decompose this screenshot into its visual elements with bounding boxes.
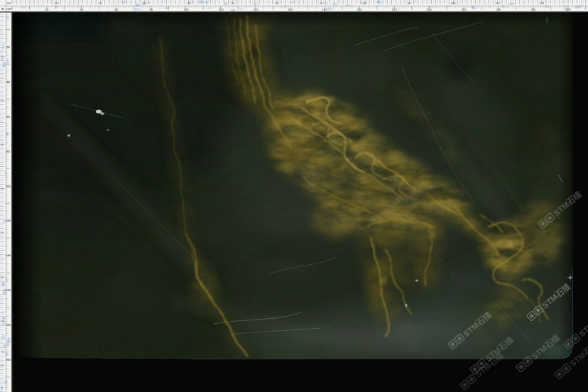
svg-text:30: 30 — [1, 143, 4, 146]
svg-text:160: 160 — [288, 8, 293, 11]
svg-text:160: 160 — [6, 288, 11, 292]
svg-text:180: 180 — [6, 323, 11, 327]
svg-text:60: 60 — [276, 1, 279, 5]
svg-text:60: 60 — [1, 276, 4, 279]
svg-text:20: 20 — [6, 45, 10, 49]
svg-text:80: 80 — [6, 150, 10, 153]
svg-text:260: 260 — [461, 8, 467, 11]
svg-text:30: 30 — [143, 1, 146, 5]
svg-text:20: 20 — [99, 1, 102, 5]
svg-text:70: 70 — [320, 1, 323, 5]
svg-text:300: 300 — [530, 8, 536, 11]
svg-text:50: 50 — [1, 232, 4, 234]
svg-text:10: 10 — [55, 1, 58, 5]
svg-text:70: 70 — [1, 320, 4, 323]
svg-text:200: 200 — [6, 358, 11, 361]
svg-text:80: 80 — [364, 1, 367, 5]
svg-text:10: 10 — [1, 55, 4, 58]
svg-text:110: 110 — [496, 1, 501, 5]
svg-text:280: 280 — [496, 8, 501, 11]
svg-text:40: 40 — [6, 80, 10, 84]
svg-text:320: 320 — [565, 8, 571, 11]
svg-text:IN: IN — [1, 7, 4, 11]
svg-text:140: 140 — [253, 8, 258, 11]
svg-text:100: 100 — [183, 8, 189, 11]
svg-text:220: 220 — [391, 8, 397, 11]
svg-text:CM: CM — [6, 7, 11, 11]
svg-text:180: 180 — [322, 8, 327, 11]
svg-text:120: 120 — [218, 8, 224, 11]
svg-text:60: 60 — [115, 8, 119, 11]
svg-text:40: 40 — [187, 1, 191, 5]
svg-text:20: 20 — [1, 99, 4, 102]
svg-text:80: 80 — [150, 8, 153, 11]
svg-text:60: 60 — [6, 115, 10, 119]
svg-text:100: 100 — [451, 1, 456, 5]
svg-text:120: 120 — [6, 219, 11, 222]
svg-text:IN: IN — [7, 1, 10, 5]
svg-text:20: 20 — [45, 8, 49, 11]
svg-text:50: 50 — [232, 1, 235, 5]
svg-text:200: 200 — [356, 8, 362, 11]
svg-text:100: 100 — [6, 185, 11, 188]
svg-text:120: 120 — [540, 1, 545, 5]
svg-text:80: 80 — [1, 364, 4, 367]
svg-text:140: 140 — [6, 254, 11, 257]
svg-text:40: 40 — [1, 187, 4, 190]
svg-text:240: 240 — [426, 8, 432, 11]
svg-text:40: 40 — [80, 8, 84, 11]
svg-text:90: 90 — [408, 1, 411, 5]
